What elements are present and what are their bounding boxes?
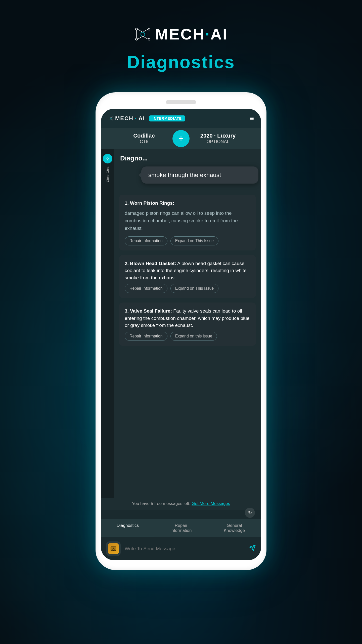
refresh-button[interactable]: ↻	[245, 508, 255, 518]
app-logo-icon	[108, 116, 114, 121]
get-more-link[interactable]: Get More Messages	[192, 501, 230, 506]
svg-point-0	[135, 28, 138, 30]
svg-line-16	[109, 117, 111, 118]
svg-point-12	[112, 117, 113, 117]
obd-graphic	[110, 546, 117, 551]
bottom-area: You have 5 free messages left. Get More …	[101, 498, 261, 560]
obd-icon	[106, 541, 121, 556]
tab-bar: Diagnostics RepairInformation GeneralKno…	[101, 519, 261, 537]
svg-line-19	[111, 119, 112, 120]
page-content: MECH·AI Diagnostics	[0, 0, 362, 570]
clear-chat-avatar	[103, 154, 112, 163]
logo-area: MECH·AI	[134, 25, 228, 43]
logo-text: MECH·AI	[155, 25, 228, 43]
issue-1-title: 1. Worn Piston Rings:	[125, 200, 250, 207]
svg-point-15	[110, 118, 111, 119]
diagnostics-header: Diagno...	[114, 149, 261, 166]
svg-point-11	[109, 117, 109, 117]
issue-1-text: damaged piston rings can allow oil to se…	[125, 209, 250, 232]
svg-line-18	[109, 119, 111, 120]
vehicle-year: 2020 · Luxury	[200, 133, 236, 139]
svg-point-1	[148, 28, 150, 30]
issue-3-expand-btn[interactable]: Expand on this issue	[170, 332, 217, 341]
tab-general[interactable]: GeneralKnowledge	[208, 519, 261, 537]
obd-icon-inner	[108, 543, 119, 554]
badge-intermediate: INTERMEDIATE	[149, 115, 185, 121]
speech-bubble: smoke through the exhaust	[141, 166, 258, 184]
avatar-icon	[105, 156, 110, 161]
input-bar	[101, 537, 261, 560]
svg-line-8	[143, 36, 148, 39]
issue-2-title: 2. Blown Head Gasket: A blown head gaske…	[125, 260, 250, 282]
vehicle-name: Codillac	[133, 133, 155, 139]
free-messages-text: You have 5 free messages left.	[132, 501, 191, 506]
speech-bubble-text: smoke through the exhaust	[148, 171, 221, 178]
vehicle-bar: Codillac CT6 + 2020 · Luxury OPTIONAL	[101, 128, 261, 149]
phone-inner: MECH·AI INTERMEDIATE ≡ Codillac CT6 + 20…	[101, 109, 261, 560]
chat-messages: 1. Worn Piston Rings: damaged piston rin…	[114, 191, 261, 349]
issue-card-1: 1. Worn Piston Rings: damaged piston rin…	[119, 195, 256, 250]
tab-repair[interactable]: RepairInformation	[154, 519, 208, 537]
diagnostics-title: Diagno...	[120, 154, 148, 162]
issue-2-buttons: Repair Information Expand on This Issue	[125, 284, 250, 293]
hamburger-icon[interactable]: ≡	[250, 114, 254, 122]
issue-3-repair-btn[interactable]: Repair Information	[125, 332, 167, 341]
svg-line-17	[111, 117, 112, 118]
page-title: Diagnostics	[127, 52, 235, 72]
clear-chat-label[interactable]: Clear Chat	[106, 166, 110, 182]
phone-frame: MECH·AI INTERMEDIATE ≡ Codillac CT6 + 20…	[96, 92, 266, 570]
issue-3-title: 3. Valve Seal Failure: Faulty valve seal…	[125, 308, 250, 329]
tab-diagnostics[interactable]: Diagnostics	[101, 519, 154, 537]
app-header: MECH·AI INTERMEDIATE ≡	[101, 109, 261, 128]
issue-card-3: 3. Valve Seal Failure: Faulty valve seal…	[119, 303, 256, 346]
svg-line-5	[138, 29, 143, 32]
vehicle-right: 2020 · Luxury OPTIONAL	[181, 133, 255, 144]
issue-1-expand-btn[interactable]: Expand on This Issue	[170, 236, 219, 245]
message-input[interactable]	[125, 546, 245, 551]
app-logo-text: MECH·AI	[108, 115, 145, 122]
svg-point-3	[148, 38, 150, 40]
issue-3-buttons: Repair Information Expand on this issue	[125, 332, 250, 341]
svg-line-7	[138, 36, 143, 39]
issue-1-buttons: Repair Information Expand on This Issue	[125, 236, 250, 245]
svg-point-2	[135, 38, 138, 40]
issue-2-repair-btn[interactable]: Repair Information	[125, 284, 167, 293]
add-vehicle-button[interactable]: +	[172, 130, 190, 147]
svg-point-13	[109, 120, 109, 120]
svg-point-4	[141, 32, 145, 36]
vehicle-left: Codillac CT6	[107, 133, 181, 144]
send-button[interactable]	[249, 544, 256, 553]
chat-area: Clear Chat Diagno... smoke through the e…	[101, 149, 261, 498]
mech-ai-logo-icon	[134, 27, 152, 42]
vehicle-trim: OPTIONAL	[206, 139, 229, 144]
svg-line-6	[143, 29, 148, 32]
app-header-left: MECH·AI INTERMEDIATE	[108, 115, 185, 122]
svg-point-20	[107, 158, 109, 160]
issue-card-2: 2. Blown Head Gasket: A blown head gaske…	[119, 255, 256, 298]
vehicle-model: CT6	[140, 139, 148, 144]
svg-point-14	[112, 120, 113, 120]
phone-notch	[166, 100, 196, 104]
refresh-icon-area: ↻	[101, 508, 261, 518]
send-icon	[249, 544, 256, 551]
clear-chat-sidebar: Clear Chat	[101, 149, 114, 498]
issue-2-expand-btn[interactable]: Expand on This Issue	[170, 284, 219, 293]
issue-1-repair-btn[interactable]: Repair Information	[125, 236, 167, 245]
